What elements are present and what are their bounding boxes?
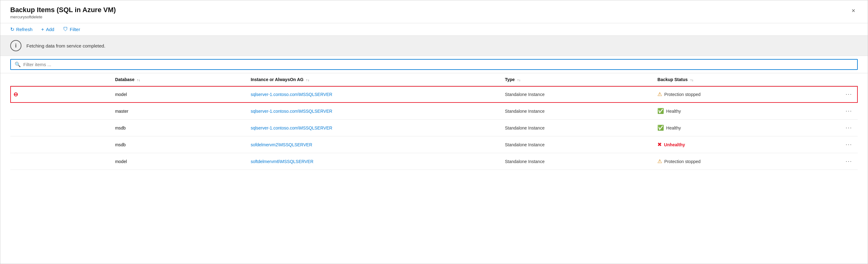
sort-icon-type[interactable]: ↑↓ [517,78,521,82]
instance-link[interactable]: sqlserver-1.contoso.com\MSSQLSERVER [251,126,333,130]
row-icon-cell [10,136,112,153]
row-icon-cell: ⊖ [10,86,112,103]
status-wrap: ✖Unhealthy [657,141,821,148]
close-button[interactable]: × [849,6,858,15]
more-options-button[interactable]: ··· [843,141,855,148]
info-icon: i [10,40,22,51]
status-badge: Unhealthy [664,142,685,147]
row-database: model [112,86,247,103]
col-header-status: Backup Status ↑↓ [654,73,824,86]
col-header-database: Database ↑↓ [112,73,247,86]
panel-header: Backup Items (SQL in Azure VM) mercuryso… [0,0,868,23]
refresh-button[interactable]: ↻ Refresh [10,26,33,32]
status-wrap: ⚠Protection stopped [657,91,821,98]
row-type: Standalone Instance [502,136,654,153]
row-status: ⚠Protection stopped [654,86,824,103]
backup-items-table: Database ↑↓ Instance or AlwaysOn AG ↑↓ T… [10,73,858,170]
more-options-button[interactable]: ··· [843,158,855,165]
col-header-type: Type ↑↓ [502,73,654,86]
row-database: msdb [112,136,247,153]
panel-title: Backup Items (SQL in Azure VM) [10,6,116,14]
refresh-icon: ↻ [10,26,14,32]
row-more-cell: ··· [824,120,858,136]
row-icon-cell [10,153,112,170]
more-options-button[interactable]: ··· [843,90,855,98]
row-status: ✅Healthy [654,120,824,136]
table-row: msdbsqlserver-1.contoso.com\MSSQLSERVERS… [10,120,858,136]
status-badge: Healthy [666,126,681,130]
sort-icon-database[interactable]: ↑↓ [137,78,141,82]
sort-icon-status[interactable]: ↑↓ [690,78,693,82]
filter-icon: ⛉ [63,27,68,32]
search-input-wrap: 🔍 [10,59,858,70]
row-type: Standalone Instance [502,120,654,136]
row-database: model [112,153,247,170]
info-bar: i Fetching data from service completed. [0,36,868,56]
toolbar: ↻ Refresh + Add ⛉ Filter [0,23,868,36]
row-more-cell: ··· [824,136,858,153]
add-button[interactable]: + Add [41,27,54,32]
table-container: Database ↑↓ Instance or AlwaysOn AG ↑↓ T… [0,73,868,264]
table-row: modelsoftdelmervm6\MSSQLSERVERStandalone… [10,153,858,170]
row-type: Standalone Instance [502,86,654,103]
panel-subtitle: mercurysoftdelete [10,14,116,19]
row-icon-cell [10,120,112,136]
status-wrap: ✅Healthy [657,108,821,114]
row-instance[interactable]: sofdelmervm2\MSSQLSERVER [248,136,502,153]
row-more-cell: ··· [824,103,858,120]
sort-icon-instance[interactable]: ↑↓ [306,78,309,82]
row-more-cell: ··· [824,86,858,103]
instance-link[interactable]: sqlserver-1.contoso.com\MSSQLSERVER [251,92,333,97]
row-instance[interactable]: sqlserver-1.contoso.com\MSSQLSERVER [248,120,502,136]
status-badge: Protection stopped [664,159,701,164]
header-title-group: Backup Items (SQL in Azure VM) mercuryso… [10,6,116,19]
healthy-icon: ✅ [657,108,664,114]
row-type: Standalone Instance [502,153,654,170]
col-header-icon [10,73,112,86]
add-icon: + [41,27,44,32]
main-panel: Backup Items (SQL in Azure VM) mercuryso… [0,0,868,264]
row-instance[interactable]: sqlserver-1.contoso.com\MSSQLSERVER [248,103,502,120]
status-badge: Healthy [666,109,681,114]
add-label: Add [46,27,54,32]
search-bar: 🔍 [0,56,868,73]
instance-link[interactable]: sofdelmervm2\MSSQLSERVER [251,142,312,147]
search-icon: 🔍 [14,62,21,67]
row-status: ✅Healthy [654,103,824,120]
instance-link[interactable]: softdelmervm6\MSSQLSERVER [251,159,313,164]
table-row: msdbsofdelmervm2\MSSQLSERVERStandalone I… [10,136,858,153]
row-instance[interactable]: softdelmervm6\MSSQLSERVER [248,153,502,170]
warning-icon: ⚠ [657,91,662,98]
table-row: mastersqlserver-1.contoso.com\MSSQLSERVE… [10,103,858,120]
col-header-instance: Instance or AlwaysOn AG ↑↓ [248,73,502,86]
filter-button[interactable]: ⛉ Filter [63,27,80,32]
table-header-row: Database ↑↓ Instance or AlwaysOn AG ↑↓ T… [10,73,858,86]
refresh-label: Refresh [16,27,33,32]
stop-icon: ⊖ [13,91,18,98]
instance-link[interactable]: sqlserver-1.contoso.com\MSSQLSERVER [251,109,333,114]
row-more-cell: ··· [824,153,858,170]
more-options-button[interactable]: ··· [843,124,855,132]
row-status: ✖Unhealthy [654,136,824,153]
row-database: master [112,103,247,120]
warning-icon: ⚠ [657,158,662,165]
row-type: Standalone Instance [502,103,654,120]
col-header-more [824,73,858,86]
error-icon: ✖ [657,141,662,148]
healthy-icon: ✅ [657,125,664,131]
row-instance[interactable]: sqlserver-1.contoso.com\MSSQLSERVER [248,86,502,103]
search-input[interactable] [23,62,854,67]
table-row: ⊖modelsqlserver-1.contoso.com\MSSQLSERVE… [10,86,858,103]
status-badge: Protection stopped [664,92,701,97]
row-database: msdb [112,120,247,136]
row-status: ⚠Protection stopped [654,153,824,170]
more-options-button[interactable]: ··· [843,107,855,115]
row-icon-cell [10,103,112,120]
filter-label: Filter [70,27,80,32]
status-wrap: ⚠Protection stopped [657,158,821,165]
info-message: Fetching data from service completed. [26,43,105,48]
status-wrap: ✅Healthy [657,125,821,131]
